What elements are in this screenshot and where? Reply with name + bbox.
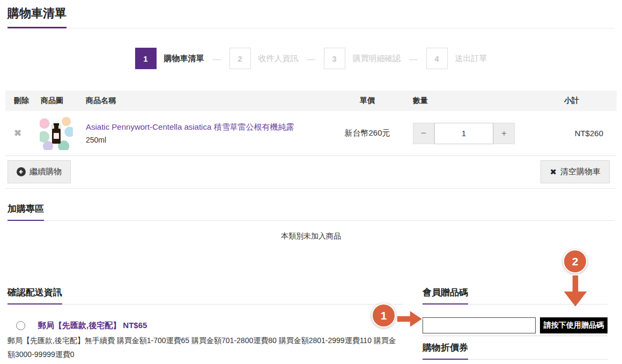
stepper-step-cart: 1 購物車清單 — [135, 48, 204, 69]
gift-code-heading-block: 會員贈品碼 — [423, 286, 608, 304]
delivery-option-label[interactable]: 郵局【先匯款,後宅配】 NT$65 — [38, 321, 147, 331]
product-variant: 250ml — [86, 136, 316, 144]
step-label-3: 購買明細確認 — [353, 54, 401, 64]
section-divider — [5, 188, 617, 189]
continue-shopping-label: 繼續購物 — [29, 167, 62, 177]
header-name: 商品名稱 — [86, 96, 327, 106]
page-title-block: 購物車清單 — [8, 5, 614, 28]
step-number-4: 4 — [426, 48, 448, 69]
step-separator: — — [213, 54, 221, 63]
delivery-description: 郵局【先匯款,後宅配】無手續費 購買金額1-700運費65 購買金額701-28… — [8, 334, 403, 362]
bottle-label-graphic — [54, 133, 59, 139]
step-number-3: 3 — [324, 48, 345, 69]
checkout-stepper: 1 購物車清單 — 2 收件人資訊 — 3 購買明細確認 — 4 送出訂單 — [0, 48, 622, 69]
product-name-cell: Asiatic Pennywort-Centella asiatica 積雪草雷… — [86, 122, 327, 144]
product-name-link[interactable]: Asiatic Pennywort-Centella asiatica 積雪草雷… — [86, 122, 294, 131]
step-label-4: 送出訂單 — [455, 54, 487, 64]
clear-cart-icon: ✖ — [550, 167, 557, 177]
annotation-badge-2: 2 — [563, 249, 587, 273]
stepper-step-submit: 4 送出訂單 — [426, 48, 487, 69]
step-label-1: 購物車清單 — [164, 54, 204, 64]
gift-code-section-title: 會員贈品碼 — [423, 286, 468, 304]
bottom-panels: 確認配送資訊 郵局【先匯款,後宅配】 NT$65 郵局【先匯款,後宅配】無手續費… — [8, 286, 608, 364]
header-delete: 刪除 — [5, 96, 38, 106]
codes-section: 會員贈品碼 請按下使用贈品碼 購物折價券 — [423, 286, 608, 364]
delivery-section: 確認配送資訊 郵局【先匯款,後宅配】 NT$65 郵局【先匯款,後宅配】無手續費… — [8, 286, 403, 364]
continue-shopping-button[interactable]: 繼續購物 — [8, 160, 71, 183]
delivery-option-price: NT$65 — [123, 321, 147, 330]
step-label-2: 收件人資訊 — [258, 54, 299, 64]
cart-row: ✖ Asiatic Pennywort-Centella asiatica 積雪… — [5, 111, 617, 156]
quantity-decrease-button[interactable]: − — [413, 123, 434, 144]
gift-code-divider — [423, 336, 608, 336]
gift-code-input[interactable] — [423, 317, 536, 333]
coupon-section-title: 購物折價券 — [423, 341, 468, 360]
delivery-option-row: 郵局【先匯款,後宅配】 NT$65 — [8, 321, 403, 331]
delivery-option-radio[interactable] — [16, 321, 25, 330]
step-separator: — — [410, 54, 418, 63]
clear-cart-button[interactable]: ✖ 清空購物車 — [540, 160, 610, 183]
stepper-step-recipient: 2 收件人資訊 — [229, 48, 299, 69]
line-subtotal: NT$260 — [525, 129, 617, 138]
coupon-heading-block: 購物折價券 — [423, 341, 608, 360]
step-number-2: 2 — [229, 48, 251, 69]
cart-table-header: 刪除 商品圖 商品名稱 單價 數量 小計 — [5, 91, 617, 111]
clear-cart-label: 清空購物車 — [560, 167, 601, 177]
addon-section: 加購專區 本類別未加入商品 — [8, 203, 614, 241]
header-image: 商品圖 — [38, 96, 86, 106]
step-separator: — — [307, 54, 315, 63]
addon-empty-message: 本類別未加入商品 — [8, 232, 614, 241]
cart-actions: 繼續購物 ✖ 清空購物車 — [5, 160, 617, 183]
product-image[interactable] — [40, 117, 73, 150]
stepper-step-confirm: 3 購買明細確認 — [324, 48, 401, 69]
circle-arrow-left-icon — [17, 167, 26, 176]
delivery-heading-block: 確認配送資訊 — [8, 286, 403, 304]
header-subtotal: 小計 — [525, 96, 617, 106]
quantity-increase-button[interactable]: + — [493, 123, 515, 144]
addon-section-title: 加購專區 — [8, 203, 44, 221]
header-unit-price: 單價 — [327, 96, 408, 106]
step-number-1: 1 — [135, 48, 157, 69]
use-gift-code-button[interactable]: 請按下使用贈品碼 — [540, 317, 608, 333]
gift-code-row: 請按下使用贈品碼 — [423, 317, 608, 333]
delete-icon: ✖ — [14, 128, 21, 138]
quantity-input[interactable] — [434, 123, 493, 144]
delete-item-button[interactable]: ✖ — [5, 128, 38, 139]
delivery-option-name: 郵局【先匯款,後宅配】 — [38, 321, 121, 330]
unit-price-value: 新台幣260元 — [327, 128, 408, 138]
quantity-stepper: − + — [408, 123, 525, 144]
page-title: 購物車清單 — [8, 5, 66, 28]
addon-heading-block: 加購專區 — [8, 203, 614, 221]
header-quantity: 數量 — [408, 96, 525, 106]
cart-table: 刪除 商品圖 商品名稱 單價 數量 小計 ✖ Asiatic Pennywort… — [5, 91, 617, 156]
delivery-section-title: 確認配送資訊 — [8, 286, 62, 304]
product-image-cell — [38, 117, 86, 150]
